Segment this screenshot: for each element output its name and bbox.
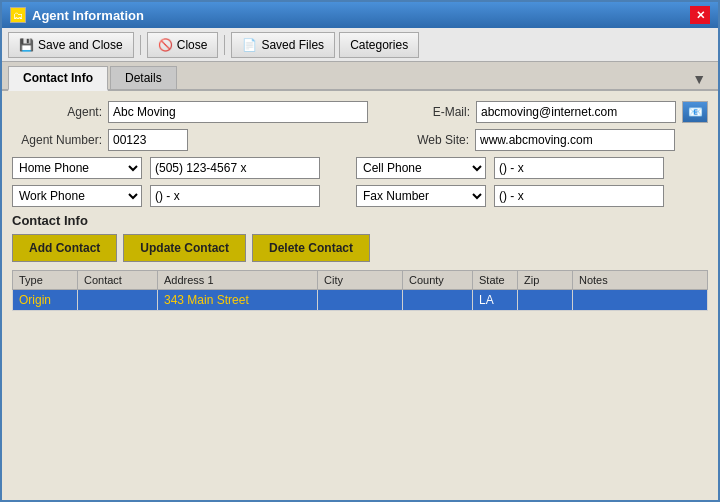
email-input[interactable] — [476, 101, 676, 123]
cell-state: LA — [473, 290, 518, 311]
phone-row-2: Work Phone Fax Number — [12, 185, 708, 207]
window-title: Agent Information — [32, 8, 144, 23]
col-header-state: State — [473, 271, 518, 290]
agent-number-input[interactable] — [108, 129, 188, 151]
contact-info-header: Contact Info — [12, 213, 708, 228]
email-button[interactable]: 📧 — [682, 101, 708, 123]
separator-2 — [224, 35, 225, 55]
cell-contact — [78, 290, 158, 311]
files-icon: 📄 — [242, 38, 257, 52]
close-icon: 🚫 — [158, 38, 173, 52]
agent-input[interactable] — [108, 101, 368, 123]
home-phone-input[interactable] — [150, 157, 320, 179]
title-bar-left: 🗂 Agent Information — [10, 7, 144, 23]
tab-arrow[interactable]: ▼ — [686, 69, 712, 89]
home-phone-select[interactable]: Home Phone — [12, 157, 142, 179]
main-window: 🗂 Agent Information ✕ 💾 Save and Close 🚫… — [0, 0, 720, 502]
col-header-address: Address 1 — [158, 271, 318, 290]
delete-contact-button[interactable]: Delete Contact — [252, 234, 370, 262]
agent-row: Agent: E-Mail: 📧 — [12, 101, 708, 123]
window-icon: 🗂 — [10, 7, 26, 23]
cell-county — [403, 290, 473, 311]
cell-phone-input[interactable] — [494, 157, 664, 179]
cell-notes — [573, 290, 708, 311]
tabs-row: Contact Info Details ▼ — [2, 62, 718, 91]
update-contact-button[interactable]: Update Contact — [123, 234, 246, 262]
fax-number-select[interactable]: Fax Number — [356, 185, 486, 207]
col-header-city: City — [318, 271, 403, 290]
email-icon: 📧 — [688, 105, 703, 119]
categories-button[interactable]: Categories — [339, 32, 419, 58]
tab-details[interactable]: Details — [110, 66, 177, 89]
website-input[interactable] — [475, 129, 675, 151]
work-phone-input[interactable] — [150, 185, 320, 207]
close-button[interactable]: 🚫 Close — [147, 32, 219, 58]
toolbar: 💾 Save and Close 🚫 Close 📄 Saved Files C… — [2, 28, 718, 62]
agent-number-label: Agent Number: — [12, 133, 102, 147]
col-header-type: Type — [13, 271, 78, 290]
cell-phone-select[interactable]: Cell Phone — [356, 157, 486, 179]
contacts-table: Type Contact Address 1 City County State… — [12, 270, 708, 311]
add-contact-button[interactable]: Add Contact — [12, 234, 117, 262]
cell-type: Origin — [13, 290, 78, 311]
col-header-notes: Notes — [573, 271, 708, 290]
work-phone-select[interactable]: Work Phone — [12, 185, 142, 207]
col-header-zip: Zip — [518, 271, 573, 290]
table-header: Type Contact Address 1 City County State… — [13, 271, 708, 290]
cell-city — [318, 290, 403, 311]
save-close-button[interactable]: 💾 Save and Close — [8, 32, 134, 58]
col-header-contact: Contact — [78, 271, 158, 290]
phone-row-1: Home Phone Cell Phone — [12, 157, 708, 179]
contact-info-section: Contact Info Add Contact Update Contact … — [12, 213, 708, 311]
separator-1 — [140, 35, 141, 55]
tab-contact-info[interactable]: Contact Info — [8, 66, 108, 91]
table-body: Origin343 Main StreetLA — [13, 290, 708, 311]
tabs-left: Contact Info Details — [8, 66, 177, 89]
website-label: Web Site: — [414, 133, 469, 147]
save-icon: 💾 — [19, 38, 34, 52]
agent-label: Agent: — [12, 105, 102, 119]
window-close-button[interactable]: ✕ — [690, 6, 710, 24]
title-bar: 🗂 Agent Information ✕ — [2, 2, 718, 28]
col-header-county: County — [403, 271, 473, 290]
table-row[interactable]: Origin343 Main StreetLA — [13, 290, 708, 311]
content-area: Agent: E-Mail: 📧 Agent Number: Web Site:… — [2, 91, 718, 500]
fax-number-input[interactable] — [494, 185, 664, 207]
agent-number-row: Agent Number: Web Site: — [12, 129, 708, 151]
action-buttons: Add Contact Update Contact Delete Contac… — [12, 234, 708, 262]
email-label: E-Mail: — [415, 105, 470, 119]
saved-files-button[interactable]: 📄 Saved Files — [231, 32, 335, 58]
cell-zip — [518, 290, 573, 311]
cell-address: 343 Main Street — [158, 290, 318, 311]
